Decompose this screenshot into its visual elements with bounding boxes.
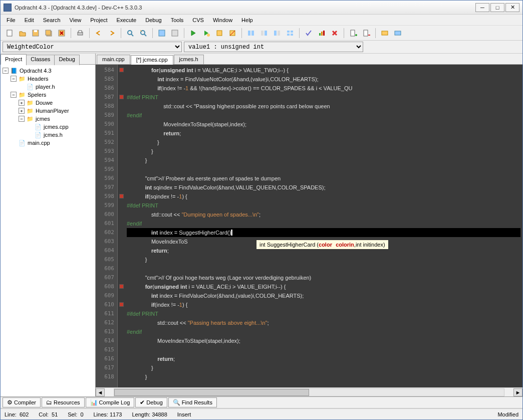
tree-jcmes-cpp[interactable]: 📄jcmes.cpp [3, 123, 93, 131]
class-combo[interactable]: WeightedColor [3, 42, 182, 52]
status-length: Length: 34888 [132, 411, 167, 417]
svg-rect-18 [265, 31, 267, 36]
svg-rect-20 [278, 31, 280, 36]
line-gutter: 584 585 586 587 588 589 590 591 592 593 … [96, 65, 118, 387]
compile-icon[interactable] [156, 27, 168, 39]
svg-rect-7 [79, 31, 82, 33]
fold-column[interactable] [118, 65, 125, 387]
bottom-tab-compile-log[interactable]: 📊Compile Log [86, 397, 135, 407]
menu-project[interactable]: Project [86, 16, 111, 25]
profile-icon[interactable] [226, 27, 238, 39]
window-title: Opdracht 4.3 - [Opdracht 4.3.dev] - Dev-… [15, 5, 475, 11]
svg-rect-2 [34, 30, 37, 32]
svg-rect-10 [159, 30, 165, 36]
svg-rect-27 [323, 31, 325, 36]
titlebar: Opdracht 4.3 - [Opdracht 4.3.dev] - Dev-… [1, 1, 522, 15]
check-syntax-icon[interactable] [303, 27, 315, 39]
close-file-icon[interactable] [56, 27, 68, 39]
tab-classes[interactable]: Classes [26, 55, 55, 65]
status-modified: Modified [497, 411, 518, 417]
svg-rect-24 [291, 34, 293, 36]
tree-douwe[interactable]: +📁Douwe [3, 99, 93, 107]
scroll-right-icon[interactable]: ► [513, 388, 522, 396]
open-icon[interactable] [17, 27, 29, 39]
minimize-button[interactable]: ─ [475, 3, 489, 12]
maximize-button[interactable]: □ [490, 3, 504, 12]
member-combo[interactable]: value1 : unsigned int [184, 42, 363, 52]
resources-icon: 🗂 [46, 399, 52, 406]
menu-debug[interactable]: Debug [141, 16, 165, 25]
svg-point-12 [207, 34, 210, 37]
add-file-icon[interactable] [347, 27, 359, 39]
editor-tab-jcmes-h[interactable]: jcmes.h [174, 55, 204, 64]
svg-rect-0 [7, 30, 12, 36]
tree-player-h[interactable]: 📄player.h [3, 83, 93, 91]
horizontal-scrollbar[interactable]: ◄ ► [96, 387, 522, 396]
tab-project[interactable]: Project [1, 54, 27, 65]
bottom-tab-compiler[interactable]: ⚙Compiler [3, 397, 41, 407]
tree-main-cpp[interactable]: 📄main.cpp [3, 139, 93, 147]
menu-file[interactable]: File [3, 16, 20, 25]
bottom-tab-debug[interactable]: ✔Debug [135, 397, 167, 407]
run-icon[interactable] [169, 27, 181, 39]
menu-edit[interactable]: Edit [21, 16, 38, 25]
analysis-icon[interactable] [316, 27, 328, 39]
tree-root[interactable]: −📘Opdracht 4.3 [3, 67, 93, 75]
menu-help[interactable]: Help [237, 16, 257, 25]
left-panel: Project Classes Debug −📘Opdracht 4.3 −📁H… [1, 54, 96, 396]
rebuild-icon[interactable] [200, 27, 212, 39]
menu-tools[interactable]: Tools [167, 16, 188, 25]
tree-humanplayer[interactable]: +📁HumanPlayer [3, 107, 93, 115]
clear-icon[interactable] [329, 27, 341, 39]
debug-icon: ✔ [140, 399, 145, 406]
menu-view[interactable]: View [66, 16, 86, 25]
project-tree[interactable]: −📘Opdracht 4.3 −📁Headers 📄player.h −📁Spe… [1, 65, 95, 396]
tree-jcmes[interactable]: −📁jcmes [3, 115, 93, 123]
find-icon[interactable] [124, 27, 136, 39]
menu-execute[interactable]: Execute [112, 16, 140, 25]
tree-jcmes-h[interactable]: 📄jcmes.h [3, 131, 93, 139]
debug-run-icon[interactable] [213, 27, 225, 39]
svg-rect-19 [274, 31, 277, 36]
scroll-left-icon[interactable]: ◄ [96, 388, 105, 396]
menu-search[interactable]: Search [39, 16, 65, 25]
save-icon[interactable] [30, 27, 42, 39]
menu-window[interactable]: Window [209, 16, 236, 25]
editor-tab-jcmes-cpp[interactable]: [*] jcmes.cpp [131, 55, 173, 65]
bottom-tab-resources[interactable]: 🗂Resources [42, 397, 85, 407]
file-icon: 📄 [26, 83, 34, 90]
file-icon: 📄 [34, 123, 42, 130]
tree-headers[interactable]: −📁Headers [3, 75, 93, 83]
toggle-bookmark-icon[interactable] [245, 27, 257, 39]
help-icon[interactable] [392, 27, 404, 39]
file-icon: 📄 [34, 131, 42, 138]
redo-icon[interactable] [106, 27, 118, 39]
editor-tab-main[interactable]: main.cpp [97, 55, 130, 64]
tree-spelers[interactable]: −📁Spelers [3, 91, 93, 99]
code-content[interactable]: for(unsigned int i = VALUE_ACE;i > VALUE… [125, 65, 522, 387]
file-icon: 📄 [18, 139, 26, 146]
compile-run-icon[interactable] [187, 27, 199, 39]
close-button[interactable]: ✕ [505, 3, 519, 12]
parameter-tooltip: int SuggestHigherCard (color colorin,int… [256, 240, 389, 250]
scroll-thumb[interactable] [114, 389, 309, 396]
tab-debug[interactable]: Debug [54, 55, 79, 65]
bottom-tab-find[interactable]: 🔍Find Results [168, 397, 217, 407]
goto-bookmark-icon[interactable] [258, 27, 270, 39]
undo-icon[interactable] [93, 27, 105, 39]
print-icon[interactable] [74, 27, 86, 39]
window-list-icon[interactable] [284, 27, 296, 39]
replace-icon[interactable] [137, 27, 149, 39]
svg-rect-31 [395, 31, 401, 35]
menubar: File Edit Search View Project Execute De… [1, 15, 522, 26]
remove-file-icon[interactable] [360, 27, 372, 39]
code-editor[interactable]: 584 585 586 587 588 589 590 591 592 593 … [96, 65, 522, 387]
options-icon[interactable] [379, 27, 391, 39]
app-window: Opdracht 4.3 - [Opdracht 4.3.dev] - Dev-… [0, 0, 523, 420]
menu-cvs[interactable]: CVS [188, 16, 208, 25]
new-file-icon[interactable] [4, 27, 16, 39]
svg-rect-26 [321, 32, 323, 36]
clear-bookmarks-icon[interactable] [271, 27, 283, 39]
save-all-icon[interactable] [43, 27, 55, 39]
svg-point-8 [128, 31, 132, 35]
